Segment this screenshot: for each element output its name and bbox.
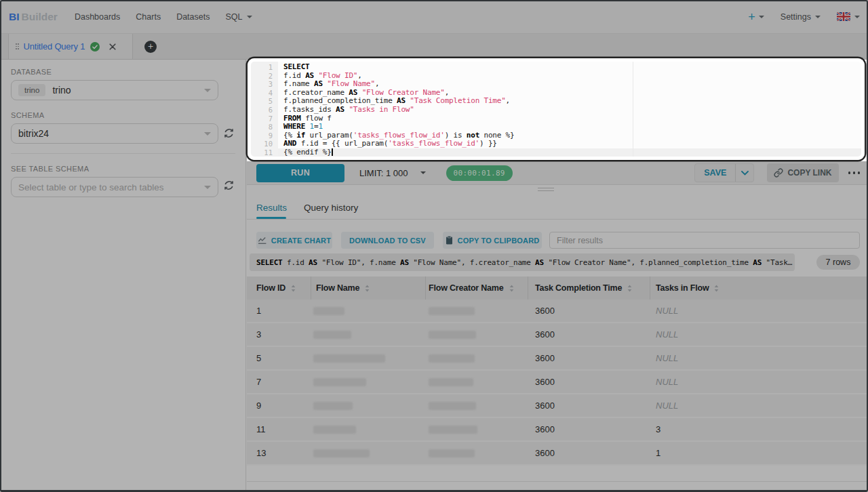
table-row[interactable]: 1336001: [247, 442, 868, 466]
redacted-flow-name: [313, 354, 385, 363]
table-row[interactable]: 53600NULL: [247, 347, 868, 371]
query-tabbar: Untitled Query 1 +: [0, 34, 868, 60]
column-header[interactable]: Tasks in Flow: [656, 276, 719, 300]
nav-menu: DashboardsChartsDatasetsSQL: [75, 12, 252, 22]
column-header-label: Flow Name: [316, 283, 359, 293]
column-divider: [311, 276, 311, 300]
database-select[interactable]: trino trino: [11, 80, 218, 100]
schema-select[interactable]: bitrix24: [11, 123, 218, 144]
download-csv-label: DOWNLOAD TO CSV: [349, 237, 426, 245]
drag-handle-icon: [16, 43, 19, 49]
nav-item-label: Charts: [136, 12, 161, 22]
nav-language[interactable]: [837, 12, 860, 21]
nav-item-charts[interactable]: Charts: [136, 12, 161, 22]
cell-completion-time: 3600: [535, 424, 555, 434]
table-select-placeholder: Select table or type to search tables: [18, 182, 164, 192]
navbar: BIBuilder DashboardsChartsDatasetsSQL + …: [0, 0, 868, 34]
more-menu-button[interactable]: [848, 171, 861, 174]
editor-gutter: 1234567891011: [247, 60, 278, 161]
nav-plus-menu[interactable]: +: [748, 11, 764, 23]
column-divider: [650, 276, 650, 300]
database-type-badge: trino: [18, 84, 45, 96]
table-select[interactable]: Select table or type to search tables: [11, 177, 218, 197]
cell-completion-time: 3600: [535, 448, 555, 458]
column-header-label: Tasks in Flow: [656, 283, 709, 293]
run-button[interactable]: RUN: [256, 164, 344, 182]
column-header[interactable]: Task Completion Time: [535, 276, 632, 300]
sort-icon[interactable]: [627, 285, 632, 292]
refresh-tables-icon[interactable]: [223, 180, 235, 192]
copy-clipboard-button[interactable]: COPY TO CLIPBOARD: [443, 232, 542, 249]
redacted-creator-name: [429, 426, 477, 434]
save-button[interactable]: SAVE: [695, 164, 735, 182]
nav-item-sql[interactable]: SQL: [225, 12, 252, 22]
save-dropdown-button[interactable]: [736, 164, 753, 182]
cell-tasks-in-flow: NULL: [656, 401, 678, 411]
app-logo[interactable]: BIBuilder: [9, 11, 58, 23]
table-row[interactable]: 13600NULL: [247, 300, 868, 323]
table-header: Flow IDFlow NameFlow Creator NameTask Co…: [247, 276, 868, 300]
query-timer-badge: 00:00:01.89: [446, 165, 513, 181]
refresh-schema-icon[interactable]: [223, 127, 235, 140]
table-row[interactable]: 1136003: [247, 418, 868, 442]
nav-item-datasets[interactable]: Datasets: [176, 12, 210, 22]
save-split-button: SAVE: [694, 163, 754, 182]
sort-icon[interactable]: [509, 285, 514, 292]
table-body: 13600NULL33600NULL53600NULL73600NULL9360…: [247, 300, 868, 466]
chart-icon: [258, 237, 267, 244]
query-preview: SELECT f.id AS "Flow ID", f.name AS "Flo…: [250, 253, 795, 271]
chevron-down-icon: [420, 171, 426, 174]
tab-untitled-query[interactable]: Untitled Query 1: [8, 34, 133, 59]
close-tab-icon[interactable]: [109, 43, 116, 50]
copy-link-label: COPY LINK: [787, 168, 831, 178]
cell-tasks-in-flow: NULL: [656, 353, 678, 363]
cell-completion-time: 3600: [535, 377, 555, 387]
table-row[interactable]: 73600NULL: [247, 371, 868, 394]
cell-tasks-in-flow: NULL: [656, 329, 678, 340]
cell-completion-time: 3600: [535, 306, 555, 316]
create-chart-button[interactable]: CREATE CHART: [256, 232, 332, 249]
redacted-flow-name: [313, 449, 370, 457]
chevron-down-icon: [204, 89, 211, 92]
column-header-label: Task Completion Time: [535, 283, 622, 293]
text-cursor: [332, 148, 333, 156]
sort-icon[interactable]: [714, 285, 719, 292]
uk-flag-icon: [837, 12, 850, 21]
redacted-flow-name: [313, 402, 353, 410]
limit-label: LIMIT: 1 000: [359, 168, 408, 178]
sort-icon[interactable]: [291, 285, 296, 292]
download-csv-button[interactable]: DOWNLOAD TO CSV: [341, 232, 434, 249]
sort-icon[interactable]: [365, 285, 370, 292]
column-divider: [425, 276, 426, 300]
database-label: DATABASE: [11, 68, 235, 76]
copy-clipboard-label: COPY TO CLIPBOARD: [458, 237, 540, 245]
redacted-flow-name: [313, 426, 356, 434]
pane-resize-handle[interactable]: [538, 188, 554, 192]
redacted-creator-name: [429, 402, 476, 410]
cell-tasks-in-flow: NULL: [656, 377, 678, 387]
nav-item-label: SQL: [225, 12, 242, 22]
plus-icon: +: [748, 11, 755, 23]
cell-flow-id: 7: [256, 377, 261, 387]
table-row[interactable]: 93600NULL: [247, 394, 868, 418]
table-row[interactable]: 33600NULL: [247, 323, 868, 347]
tab-query-history[interactable]: Query history: [304, 203, 358, 213]
active-tab-underline: [256, 217, 286, 219]
column-header[interactable]: Flow ID: [256, 276, 296, 300]
main-panel: 1234567891011 SELECTf.id AS "Flow ID",f.…: [247, 60, 868, 492]
limit-dropdown[interactable]: LIMIT: 1 000: [359, 168, 426, 178]
chevron-down-icon: [247, 16, 252, 18]
table-end-divider: [247, 481, 868, 482]
copy-link-button[interactable]: COPY LINK: [767, 163, 838, 182]
sql-editor[interactable]: 1234567891011 SELECTf.id AS "Flow ID",f.…: [247, 60, 868, 161]
nav-item-dashboards[interactable]: Dashboards: [75, 12, 120, 22]
cell-completion-time: 3600: [535, 329, 555, 340]
brand-bi: BI: [9, 11, 20, 22]
filter-results-input[interactable]: Filter results: [549, 232, 860, 249]
column-header[interactable]: Flow Creator Name: [429, 276, 514, 300]
editor-code[interactable]: SELECTf.id AS "Flow ID",f.name AS "Flow …: [283, 60, 514, 157]
nav-settings[interactable]: Settings: [781, 12, 821, 22]
new-tab-button[interactable]: +: [144, 41, 157, 53]
column-header[interactable]: Flow Name: [316, 276, 370, 300]
tab-results[interactable]: Results: [256, 203, 287, 213]
